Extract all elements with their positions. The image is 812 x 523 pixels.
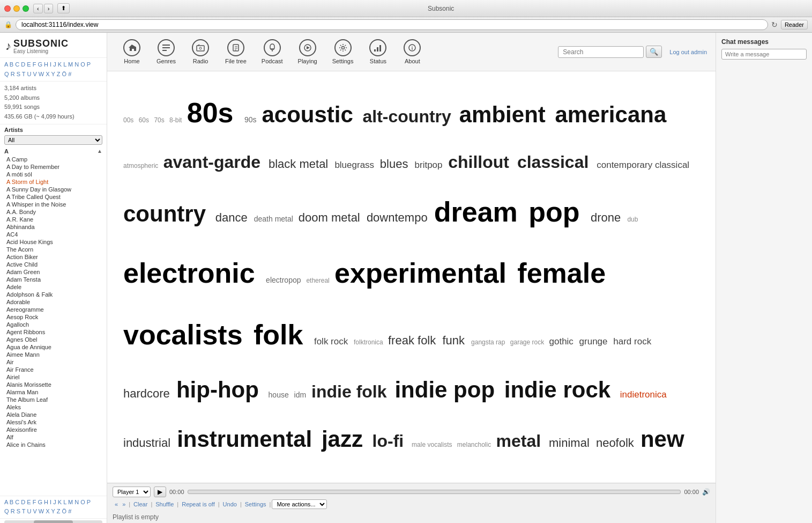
close-button[interactable] [4, 5, 11, 12]
tag-freak-folk[interactable]: freak folk [388, 334, 439, 347]
alpha-I[interactable]: I [50, 61, 51, 68]
tag-hard-rock[interactable]: hard rock [613, 336, 651, 347]
nav-about[interactable]: i About [396, 37, 428, 67]
tag-instrumental[interactable]: instrumental [177, 426, 318, 452]
tag-folk-rock[interactable]: folk rock [314, 336, 351, 347]
alpha-bottom-B[interactable]: B [10, 499, 13, 505]
artist-item[interactable]: Alessi's Ark [4, 418, 102, 426]
artist-item[interactable]: Agalloch [4, 321, 102, 328]
alpha-hash[interactable]: # [68, 71, 71, 77]
artist-item[interactable]: Aimee Mann [4, 351, 102, 358]
tag-70s[interactable]: 70s [154, 116, 166, 124]
skip-forward-button[interactable]: » [120, 501, 128, 507]
tag-blues[interactable]: blues [380, 157, 412, 171]
alpha-bottom-C[interactable]: C [15, 499, 19, 505]
alpha-R[interactable]: R [11, 71, 15, 77]
artist-item[interactable]: Agnes Obel [4, 336, 102, 343]
alpha-bottom-hash[interactable]: # [68, 508, 71, 514]
nav-settings[interactable]: Settings [326, 37, 360, 67]
nav-playing[interactable]: Playing [292, 37, 324, 67]
nav-home[interactable]: Home [116, 37, 148, 67]
tag-8-bit[interactable]: 8-bit [169, 116, 184, 124]
alpha-F[interactable]: F [33, 61, 36, 68]
nav-genres[interactable]: Genres [150, 37, 182, 67]
tag-idm[interactable]: idm [294, 391, 308, 399]
nav-radio[interactable]: Radio [184, 37, 217, 67]
tag-avant-garde[interactable]: avant-garde [163, 152, 265, 172]
tag-folk[interactable]: folk [254, 319, 311, 350]
tag-neofolk[interactable]: neofolk [596, 436, 637, 450]
tag-female[interactable]: female [517, 257, 606, 289]
tag-industrial[interactable]: industrial [123, 436, 174, 450]
alpha-J[interactable]: J [53, 61, 56, 68]
alpha-bottom-F[interactable]: F [33, 499, 36, 505]
artist-item[interactable]: Air France [4, 366, 102, 373]
tag-indie-folk[interactable]: indie folk [311, 382, 391, 401]
alpha-bottom-T[interactable]: T [22, 508, 26, 514]
artist-item[interactable]: Adam Green [4, 268, 102, 276]
tag-male-vocalists[interactable]: male vocalists [412, 441, 454, 448]
tag-indie-rock[interactable]: indie rock [504, 377, 617, 402]
artist-item[interactable]: Airiel [4, 373, 102, 381]
alpha-V[interactable]: V [33, 71, 36, 77]
back-button[interactable]: ‹ [33, 4, 43, 13]
artist-item[interactable]: Action Biker [4, 253, 102, 261]
alpha-bottom-N[interactable]: N [75, 499, 79, 505]
tag-alt-country[interactable]: alt-country [363, 107, 456, 126]
alpha-bottom-Y[interactable]: Y [51, 508, 55, 514]
artist-item[interactable]: A Whisper in the Noise [4, 201, 102, 208]
artist-item[interactable]: AC4 [4, 231, 102, 238]
alpha-bottom-J[interactable]: J [53, 499, 56, 505]
tag-house[interactable]: house [269, 391, 291, 399]
search-input[interactable] [558, 46, 644, 58]
alpha-U[interactable]: U [27, 71, 31, 77]
alpha-B[interactable]: B [10, 61, 13, 68]
artist-item[interactable]: Adele [4, 283, 102, 291]
artist-item[interactable]: Alf [4, 433, 102, 441]
tag-garage-rock[interactable]: garage rock [510, 338, 546, 346]
alpha-Y[interactable]: Y [51, 71, 55, 77]
reload-button[interactable]: ↻ [771, 20, 778, 29]
artist-item[interactable]: Active Child [4, 261, 102, 268]
tag-80s[interactable]: 80s [187, 97, 241, 128]
alpha-M[interactable]: M [68, 61, 73, 68]
repeat-button[interactable]: Repeat is off [180, 501, 217, 507]
alpha-L[interactable]: L [63, 61, 66, 68]
clear-button[interactable]: Clear [131, 501, 150, 507]
sidebar-scrollbar-track[interactable] [4, 520, 102, 523]
tag-black-metal[interactable]: black metal [269, 157, 331, 171]
progress-bar[interactable] [188, 490, 681, 494]
tag-dance[interactable]: dance [215, 211, 251, 224]
alpha-bottom-M[interactable]: M [68, 499, 73, 505]
alpha-bottom-O-umlaut[interactable]: Ö [62, 508, 67, 514]
artist-item[interactable]: Alexisonfire [4, 426, 102, 433]
tag-pop[interactable]: pop [528, 196, 587, 227]
tag-drone[interactable]: drone [591, 211, 624, 224]
artist-item[interactable]: Alanis Morissette [4, 381, 102, 388]
artist-item[interactable]: A móti sól [4, 171, 102, 178]
nav-status[interactable]: Status [362, 37, 394, 67]
alpha-bottom-L[interactable]: L [63, 499, 66, 505]
player-settings-button[interactable]: Settings [243, 501, 269, 507]
tag-experimental[interactable]: experimental [334, 257, 514, 289]
tag-indietronica[interactable]: indietronica [620, 389, 667, 400]
artist-item[interactable]: Alarma Man [4, 388, 102, 396]
artist-item[interactable]: Alice in Chains [4, 441, 102, 448]
alpha-bottom-H[interactable]: H [44, 499, 48, 505]
address-input[interactable] [16, 19, 768, 30]
tag-melancholic[interactable]: melancholic [457, 441, 493, 448]
chat-input[interactable] [721, 49, 807, 60]
tag-jazz[interactable]: jazz [322, 426, 369, 452]
artist-item[interactable]: Adolphson & Falk [4, 291, 102, 298]
tag-death-metal[interactable]: death metal [254, 215, 295, 223]
reader-button[interactable]: Reader [781, 20, 808, 30]
tag-britpop[interactable]: britpop [415, 160, 445, 170]
artist-section-collapse[interactable]: ▲ [97, 148, 102, 154]
tag-downtempo[interactable]: downtempo [367, 211, 431, 224]
artist-item[interactable]: A Storm of Light [4, 178, 102, 186]
alpha-X[interactable]: X [46, 71, 49, 77]
alpha-bottom-Q[interactable]: Q [4, 508, 9, 514]
alpha-bottom-S[interactable]: S [17, 508, 20, 514]
logout-link[interactable]: Log out admin [669, 49, 707, 55]
forward-button[interactable]: › [44, 4, 54, 13]
